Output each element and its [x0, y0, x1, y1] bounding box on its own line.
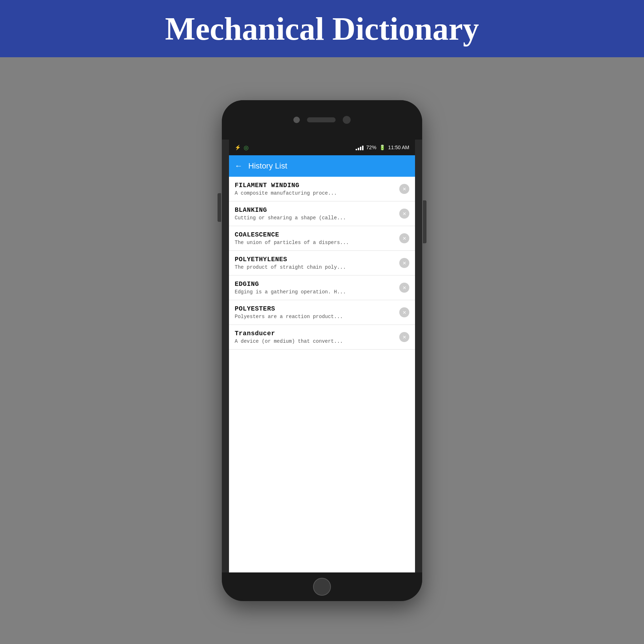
remove-item-button[interactable] [399, 307, 409, 317]
signal-strength-icon [356, 145, 364, 150]
status-bar: ⚡ ◎ 72% 🔋 11:50 AM [229, 140, 415, 155]
phone-device: ⚡ ◎ 72% 🔋 11:50 AM ← [222, 100, 422, 601]
item-content: EDGINGEdging is a gathering operation. H… [235, 280, 396, 295]
item-description: The union of particles of a dispers... [235, 240, 396, 245]
item-content: BLANKINGCutting or shearing a shape (cal… [235, 206, 396, 221]
app-bar: ← History List [229, 155, 415, 177]
list-item[interactable]: COALESCENCEThe union of particles of a d… [229, 226, 415, 251]
item-title: POLYETHYLENES [235, 256, 396, 263]
clock: 11:50 AM [388, 145, 409, 150]
top-banner: Mechanical Dictionary [0, 0, 644, 57]
app-title: Mechanical Dictionary [165, 10, 479, 47]
remove-item-button[interactable] [399, 258, 409, 268]
item-title: BLANKING [235, 206, 396, 214]
remove-item-button[interactable] [399, 233, 409, 243]
list-item[interactable]: POLYESTERSPolyesters are a reaction prod… [229, 300, 415, 325]
item-description: A device (or medium) that convert... [235, 338, 396, 344]
phone-bottom-bezel [222, 572, 422, 601]
item-title: FILAMENT WINDING [235, 182, 396, 189]
item-description: A composite manufacturing proce... [235, 190, 396, 196]
background-area: ⚡ ◎ 72% 🔋 11:50 AM ← [0, 57, 644, 644]
list-item[interactable]: POLYETHYLENESThe product of straight cha… [229, 251, 415, 275]
phone-top-bezel [222, 100, 422, 140]
screen-title: History List [248, 161, 287, 171]
front-camera [343, 116, 351, 124]
list-item[interactable]: BLANKINGCutting or shearing a shape (cal… [229, 201, 415, 226]
list-item[interactable]: TransducerA device (or medium) that conv… [229, 325, 415, 350]
remove-item-button[interactable] [399, 332, 409, 342]
back-button[interactable]: ← [235, 161, 243, 171]
speaker-grille [307, 117, 336, 122]
history-list[interactable]: FILAMENT WINDINGA composite manufacturin… [229, 177, 415, 572]
item-description: The product of straight chain poly... [235, 264, 396, 270]
earpiece [293, 117, 300, 123]
remove-item-button[interactable] [399, 209, 409, 219]
item-content: POLYETHYLENESThe product of straight cha… [235, 256, 396, 270]
list-item[interactable]: EDGINGEdging is a gathering operation. H… [229, 275, 415, 300]
remove-item-button[interactable] [399, 283, 409, 293]
item-title: POLYESTERS [235, 305, 396, 312]
item-description: Cutting or shearing a shape (calle... [235, 215, 396, 221]
item-title: COALESCENCE [235, 231, 396, 238]
status-right-info: 72% 🔋 11:50 AM [356, 145, 409, 150]
item-title: EDGING [235, 280, 396, 288]
item-content: POLYESTERSPolyesters are a reaction prod… [235, 305, 396, 319]
usb-icon: ⚡ [235, 145, 241, 150]
phone-screen: ⚡ ◎ 72% 🔋 11:50 AM ← [229, 140, 415, 572]
item-description: Polyesters are a reaction product... [235, 314, 396, 319]
item-description: Edging is a gathering operation. H... [235, 289, 396, 295]
location-icon: ◎ [244, 144, 249, 151]
item-content: COALESCENCEThe union of particles of a d… [235, 231, 396, 245]
status-left-icons: ⚡ ◎ [235, 144, 249, 151]
item-content: FILAMENT WINDINGA composite manufacturin… [235, 182, 396, 196]
remove-item-button[interactable] [399, 184, 409, 194]
power-button [423, 200, 426, 243]
list-item[interactable]: FILAMENT WINDINGA composite manufacturin… [229, 177, 415, 201]
item-title: Transducer [235, 330, 396, 337]
battery-icon: 🔋 [379, 145, 385, 150]
volume-button [218, 193, 221, 222]
home-button[interactable] [313, 578, 331, 596]
item-content: TransducerA device (or medium) that conv… [235, 330, 396, 344]
battery-level: 72% [366, 145, 376, 150]
